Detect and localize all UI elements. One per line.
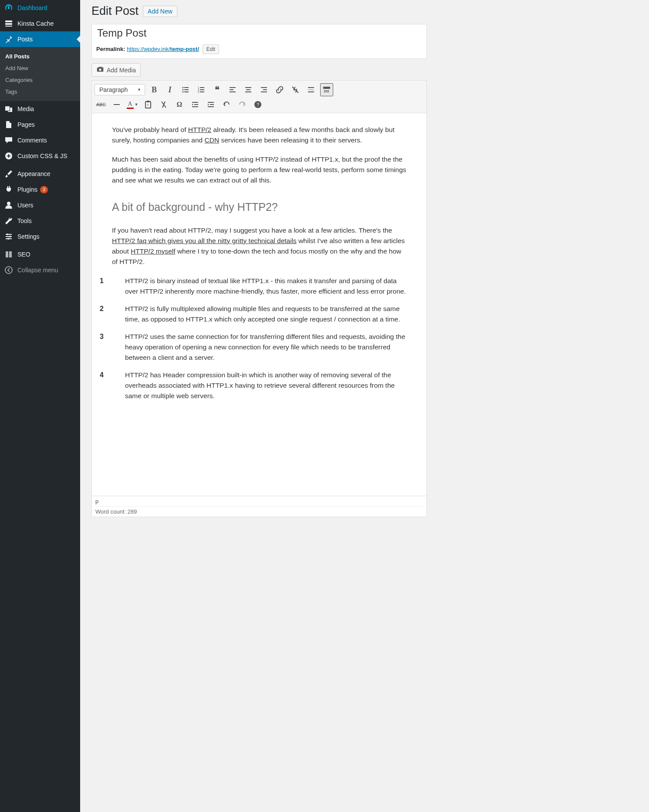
add-new-post-button[interactable]: Add New	[143, 6, 177, 17]
svg-rect-51	[208, 106, 214, 107]
svg-rect-42	[114, 104, 120, 105]
menu-label: Dashboard	[17, 4, 47, 11]
title-box: Permalink: https://wpdev.ink/temp-post/ …	[91, 24, 427, 59]
svg-point-9	[183, 87, 184, 88]
svg-rect-20	[200, 91, 204, 92]
special-character-button[interactable]: Ω	[173, 98, 186, 111]
submenu-add-new[interactable]: Add New	[0, 62, 80, 74]
menu-users[interactable]: Users	[0, 197, 80, 213]
user-icon	[4, 201, 13, 210]
clear-formatting-button[interactable]	[157, 98, 170, 111]
posts-submenu: All Posts Add New Categories Tags	[0, 47, 80, 101]
horizontal-rule-button[interactable]	[110, 98, 123, 111]
media-icon	[4, 105, 13, 113]
submenu-categories[interactable]: Categories	[0, 74, 80, 86]
svg-rect-18	[200, 89, 204, 90]
menu-label: Posts	[17, 36, 33, 43]
svg-point-13	[183, 91, 184, 93]
svg-rect-41	[328, 91, 329, 92]
plugins-update-badge: 3	[40, 186, 48, 193]
seo-icon	[4, 250, 13, 259]
insert-more-button[interactable]	[304, 83, 318, 96]
paste-text-button[interactable]: T	[142, 98, 155, 111]
svg-rect-28	[263, 89, 267, 90]
plus-circle-icon	[4, 152, 13, 160]
align-center-button[interactable]	[242, 83, 255, 96]
editor-content[interactable]: You've probably heard of HTTP/2 already.…	[91, 113, 427, 496]
link-http2-myself: HTTP/2 myself	[131, 247, 175, 255]
numbered-list-button[interactable]: 123	[195, 83, 208, 96]
menu-comments[interactable]: Comments	[0, 132, 80, 148]
align-right-button[interactable]	[257, 83, 270, 96]
submenu-tags[interactable]: Tags	[0, 86, 80, 98]
svg-rect-37	[328, 90, 329, 91]
menu-seo[interactable]: SEO	[0, 247, 80, 262]
admin-sidebar: Dashboard Kinsta Cache Posts All Posts A…	[0, 0, 80, 534]
dashboard-icon	[4, 3, 13, 12]
list-item: HTTP/2 is binary instead of textual like…	[112, 276, 406, 297]
element-path[interactable]: p	[95, 496, 423, 507]
menu-label: Media	[17, 105, 34, 112]
menu-tools[interactable]: Tools	[0, 213, 80, 229]
svg-rect-34	[324, 90, 325, 91]
word-count: Word count: 289	[95, 507, 423, 517]
menu-kinsta-cache[interactable]: Kinsta Cache	[0, 16, 80, 31]
svg-rect-30	[308, 87, 314, 88]
blockquote-button[interactable]: ❝	[210, 83, 223, 96]
submenu-all-posts[interactable]: All Posts	[0, 51, 80, 62]
help-button[interactable]: ?	[251, 98, 264, 111]
menu-label: Appearance	[17, 170, 51, 177]
svg-text:3: 3	[198, 91, 199, 93]
page-icon	[4, 120, 13, 129]
svg-point-7	[7, 238, 9, 240]
unlink-button[interactable]	[289, 83, 302, 96]
svg-rect-23	[230, 91, 236, 92]
svg-rect-47	[194, 104, 198, 105]
menu-plugins[interactable]: Plugins 3	[0, 182, 80, 197]
menu-label: Comments	[17, 137, 47, 144]
editor-toolbar: Paragraph B I 123 ❝ ABC A ▼ T Ω	[91, 80, 427, 113]
post-title-input[interactable]	[92, 24, 426, 42]
svg-rect-48	[192, 106, 198, 107]
plug-icon	[4, 185, 13, 194]
permalink-edit-button[interactable]: Edit	[203, 44, 220, 54]
italic-button[interactable]: I	[163, 83, 176, 96]
svg-rect-46	[192, 102, 198, 103]
text-color-button[interactable]: A ▼	[126, 98, 139, 111]
undo-button[interactable]	[220, 98, 233, 111]
menu-dashboard[interactable]: Dashboard	[0, 0, 80, 16]
strikethrough-button[interactable]: ABC	[95, 98, 108, 111]
svg-rect-26	[245, 91, 251, 92]
add-media-button[interactable]: Add Media	[91, 63, 141, 77]
menu-media[interactable]: Media	[0, 101, 80, 117]
link-cdn: CDN	[205, 136, 220, 144]
svg-text:?: ?	[257, 102, 259, 107]
outdent-button[interactable]	[189, 98, 202, 111]
link-http2: HTTP/2	[188, 126, 211, 133]
svg-rect-35	[325, 90, 326, 91]
menu-settings[interactable]: Settings	[0, 229, 80, 244]
svg-rect-36	[327, 90, 328, 91]
svg-point-11	[183, 89, 184, 91]
svg-point-6	[9, 236, 11, 237]
redo-button[interactable]	[236, 98, 249, 111]
menu-appearance[interactable]: Appearance	[0, 166, 80, 182]
brush-icon	[4, 169, 13, 178]
format-select[interactable]: Paragraph	[95, 84, 145, 95]
svg-rect-1	[5, 23, 12, 25]
link-button[interactable]	[273, 83, 286, 96]
bold-button[interactable]: B	[148, 83, 161, 96]
permalink-link[interactable]: https://wpdev.ink/temp-post/	[127, 46, 199, 52]
heading-background: A bit of background - why HTTP2?	[112, 199, 406, 216]
menu-custom-css-js[interactable]: Custom CSS & JS	[0, 148, 80, 164]
collapse-menu[interactable]: Collapse menu	[0, 262, 80, 278]
menu-posts[interactable]: Posts	[0, 31, 80, 47]
toolbar-toggle-button[interactable]	[320, 83, 333, 96]
permalink-row: Permalink: https://wpdev.ink/temp-post/ …	[92, 42, 426, 58]
svg-rect-39	[325, 91, 326, 92]
indent-button[interactable]	[204, 98, 217, 111]
svg-rect-21	[230, 87, 236, 88]
menu-pages[interactable]: Pages	[0, 117, 80, 132]
align-left-button[interactable]	[226, 83, 239, 96]
bullet-list-button[interactable]	[179, 83, 192, 96]
